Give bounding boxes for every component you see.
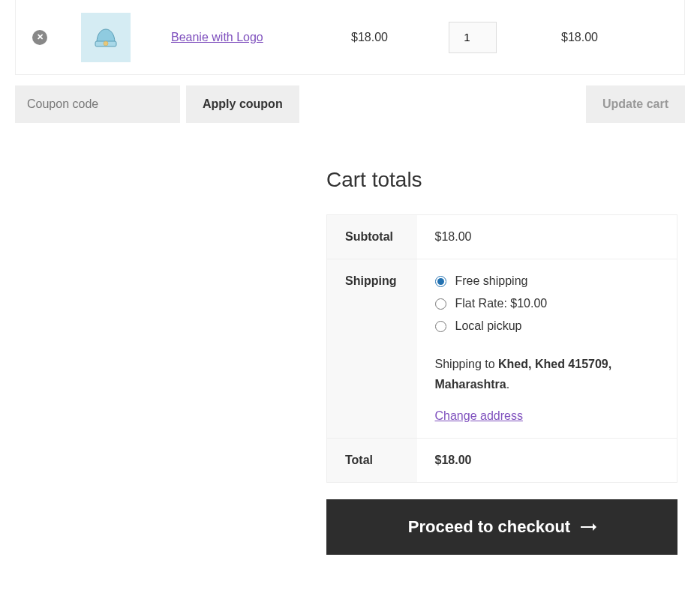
product-name-link[interactable]: Beanie with Logo [171,31,263,43]
product-thumbnail[interactable] [81,13,131,62]
coupon-code-input[interactable] [15,85,180,123]
cart-item-row: Beanie with Logo $18.00 $18.00 [15,0,685,75]
subtotal-label: Subtotal [327,215,417,259]
shipping-radio-flat[interactable] [435,298,446,310]
cart-totals-section: Cart totals Subtotal $18.00 Shipping Fre… [326,168,677,555]
shipping-label: Shipping [327,259,417,439]
cart-actions-row: Apply coupon Update cart [0,85,685,123]
beanie-icon [92,26,119,49]
shipping-option-label: Flat Rate: $10.00 [455,297,548,310]
cart-totals-table: Subtotal $18.00 Shipping Free shipping F… [326,214,677,483]
shipping-option-label: Local pickup [455,319,522,333]
shipping-destination: Shipping to Khed, Khed 415709, Maharasht… [435,354,659,394]
cart-totals-heading: Cart totals [326,168,677,192]
shipping-option-label: Free shipping [455,274,528,288]
shipping-radio-free[interactable] [435,276,446,287]
shipping-options: Free shipping Flat Rate: $10.00 Local pi… [435,274,659,333]
arrow-right-icon [581,526,596,528]
shipping-radio-pickup[interactable] [435,321,446,332]
update-cart-button[interactable]: Update cart [586,85,685,123]
proceed-to-checkout-button[interactable]: Proceed to checkout [326,499,677,555]
item-price: $18.00 [351,31,388,43]
quantity-input[interactable] [449,22,497,53]
remove-item-button[interactable] [32,30,47,45]
subtotal-value: $18.00 [417,215,677,259]
apply-coupon-button[interactable]: Apply coupon [186,85,299,123]
svg-point-1 [104,41,108,46]
shipping-option-pickup[interactable]: Local pickup [435,319,659,333]
change-address-link[interactable]: Change address [435,409,523,423]
total-value: $18.00 [417,439,677,483]
total-label: Total [327,439,417,483]
shipping-option-free[interactable]: Free shipping [435,274,659,288]
item-subtotal: $18.00 [561,31,598,43]
shipping-option-flat[interactable]: Flat Rate: $10.00 [435,297,659,310]
checkout-button-label: Proceed to checkout [408,517,570,537]
